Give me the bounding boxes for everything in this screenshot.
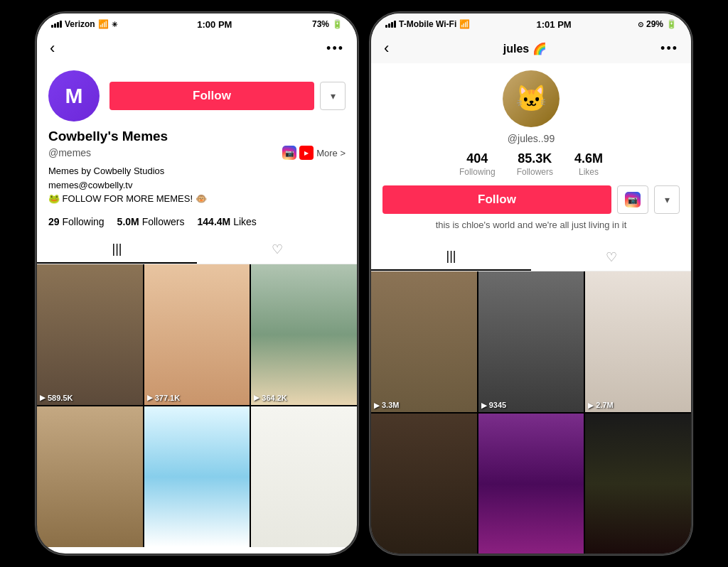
likes-label-right: Likes bbox=[579, 167, 599, 177]
tab-bar-left: ||| ♡ bbox=[37, 233, 357, 264]
likes-count-right: 4.6M bbox=[574, 151, 603, 166]
video-thumb-1-right[interactable]: ▶ 3.3M bbox=[371, 271, 477, 412]
battery-icon-left: 🔋 bbox=[332, 19, 343, 29]
tab-liked-left[interactable]: ♡ bbox=[197, 236, 357, 264]
tab-videos-left[interactable]: ||| bbox=[37, 236, 197, 264]
more-button-right[interactable]: ••• bbox=[660, 41, 678, 56]
status-right-left: 73% 🔋 bbox=[312, 19, 343, 29]
instagram-button-right[interactable]: 📷 bbox=[617, 185, 648, 214]
followers-label-left: Followers bbox=[142, 216, 185, 227]
avatar-right: 🐱 bbox=[503, 70, 560, 127]
status-right-right: ⊙ 29% 🔋 bbox=[638, 19, 677, 29]
video-thumb-3-right[interactable]: ▶ 2.7M bbox=[585, 271, 691, 412]
play-icon-1-left: ▶ bbox=[40, 394, 46, 401]
profile-handle-left: @memes bbox=[48, 147, 91, 158]
video-thumb-5-right[interactable] bbox=[478, 414, 584, 554]
video-grid-right: ▶ 3.3M ▶ 9345 ▶ 2.7M bbox=[371, 271, 691, 554]
liked-tab-icon-left: ♡ bbox=[272, 242, 283, 257]
location-icon-right: ⊙ bbox=[638, 21, 643, 28]
nav-bar-right: ‹ jules 🌈 ••• bbox=[371, 33, 691, 63]
handle-right: @jules..99 bbox=[508, 133, 555, 144]
followers-stat-left: 5.0M Followers bbox=[117, 216, 185, 227]
followers-label-right: Followers bbox=[517, 167, 553, 177]
liked-tab-icon-right: ♡ bbox=[606, 249, 617, 265]
bio-line1: Memes by Cowbelly Studios bbox=[48, 164, 346, 178]
dropdown-button-right[interactable]: ▾ bbox=[654, 185, 680, 214]
back-button-left[interactable]: ‹ bbox=[50, 39, 55, 58]
likes-stat-left: 144.4M Likes bbox=[198, 216, 257, 227]
following-stat-right: 404 Following bbox=[459, 151, 496, 177]
stats-row-right: 404 Following 85.3K Followers 4.6M Likes bbox=[382, 151, 680, 177]
carrier-label: Verizon bbox=[65, 19, 95, 29]
instagram-icon-left[interactable]: 📷 bbox=[282, 146, 296, 160]
wifi-icon-right: 📶 bbox=[459, 19, 470, 29]
follow-button-right[interactable]: Follow bbox=[382, 185, 611, 214]
stats-row-left: 29 Following 5.0M Followers 144.4M Likes bbox=[37, 210, 357, 233]
play-icon-3-left: ▶ bbox=[254, 394, 259, 401]
battery-label-right: 29% bbox=[646, 19, 663, 29]
status-left-right: T-Mobile Wi-Fi 📶 bbox=[385, 19, 470, 29]
followers-count-left: 5.0M bbox=[117, 216, 139, 227]
tab-videos-right[interactable]: ||| bbox=[371, 243, 531, 271]
videos-tab-icon-right: ||| bbox=[446, 249, 456, 264]
video-thumb-4-left[interactable] bbox=[37, 406, 143, 547]
handle-row-left: @memes 📷 ▶ More > bbox=[48, 146, 346, 160]
more-label-left[interactable]: More > bbox=[316, 148, 346, 158]
video-thumb-4-right[interactable] bbox=[371, 414, 477, 554]
following-label-left: Following bbox=[62, 216, 104, 227]
time-label-left: 1:00 PM bbox=[197, 19, 232, 30]
play-icon-2-left: ▶ bbox=[147, 394, 153, 401]
profile-name-left: Cowbelly's Memes bbox=[48, 129, 346, 144]
following-count-left: 29 bbox=[48, 216, 60, 227]
video-thumb-5-left[interactable] bbox=[144, 406, 250, 547]
battery-icon-right: 🔋 bbox=[666, 19, 677, 29]
activity-icon: ✳ bbox=[112, 21, 117, 28]
status-left: Verizon 📶 ✳ bbox=[51, 19, 117, 29]
play-icon-1-right: ▶ bbox=[374, 401, 380, 409]
likes-label-left: Likes bbox=[233, 216, 257, 227]
battery-label-left: 73% bbox=[312, 19, 329, 29]
followers-count-right: 85.3K bbox=[518, 151, 552, 166]
dropdown-button-left[interactable]: ▾ bbox=[320, 82, 346, 110]
back-button-right[interactable]: ‹ bbox=[384, 39, 389, 58]
video-count-1-right: ▶ 3.3M bbox=[374, 401, 399, 409]
video-grid-left: ▶ 589.5K ▶ 377.1K ▶ 364.2K bbox=[37, 264, 357, 547]
video-thumb-3-left[interactable]: ▶ 364.2K bbox=[251, 264, 357, 405]
status-bar-left: Verizon 📶 ✳ 1:00 PM 73% 🔋 bbox=[37, 14, 357, 33]
play-icon-3-right: ▶ bbox=[588, 401, 594, 409]
tab-liked-right[interactable]: ♡ bbox=[531, 243, 691, 271]
time-label-right: 1:01 PM bbox=[537, 19, 572, 30]
following-count-right: 404 bbox=[466, 151, 488, 166]
profile-section-left: M Follow ▾ Cowbelly's Memes @memes 📷 ▶ M… bbox=[37, 63, 357, 164]
profile-top-left: M Follow ▾ bbox=[48, 70, 346, 122]
nav-title-right: jules 🌈 bbox=[503, 42, 547, 55]
video-thumb-6-left[interactable] bbox=[251, 406, 357, 547]
video-thumb-2-right[interactable]: ▶ 9345 bbox=[478, 271, 584, 412]
count-label-3-right: 2.7M bbox=[596, 401, 613, 409]
video-count-3-left: ▶ 364.2K bbox=[254, 394, 287, 402]
videos-tab-icon-left: ||| bbox=[112, 242, 122, 256]
youtube-icon-left[interactable]: ▶ bbox=[299, 146, 314, 160]
bio-line3: 🐸 FOLLOW FOR MORE MEMES! 🐵 bbox=[48, 192, 346, 206]
wifi-icon: 📶 bbox=[98, 19, 109, 29]
followers-stat-right: 85.3K Followers bbox=[517, 151, 553, 177]
signal-icon bbox=[51, 21, 62, 28]
count-label-1-right: 3.3M bbox=[382, 401, 399, 409]
bio-section-left: Memes by Cowbelly Studios memes@cowbelly… bbox=[37, 164, 357, 210]
more-button-left[interactable]: ••• bbox=[326, 41, 344, 56]
count-label-2-right: 9345 bbox=[489, 401, 506, 409]
follow-button-left[interactable]: Follow bbox=[109, 82, 314, 110]
follow-area-left: Follow ▾ bbox=[109, 82, 346, 110]
count-label-3-left: 364.2K bbox=[262, 394, 287, 402]
video-thumb-1-left[interactable]: ▶ 589.5K bbox=[37, 264, 143, 405]
video-count-2-left: ▶ 377.1K bbox=[147, 394, 180, 402]
nav-bar-left: ‹ ••• bbox=[37, 33, 357, 63]
video-thumb-6-right[interactable] bbox=[585, 414, 691, 554]
video-thumb-2-left[interactable]: ▶ 377.1K bbox=[144, 264, 250, 405]
instagram-icon-right: 📷 bbox=[625, 192, 641, 207]
bio-line2: memes@cowbelly.tv bbox=[48, 178, 346, 193]
count-label-2-left: 377.1K bbox=[155, 394, 180, 402]
video-count-1-left: ▶ 589.5K bbox=[40, 394, 73, 402]
bio-right: this is chloe's world and we're all just… bbox=[429, 220, 634, 230]
following-stat-left: 29 Following bbox=[48, 216, 105, 227]
